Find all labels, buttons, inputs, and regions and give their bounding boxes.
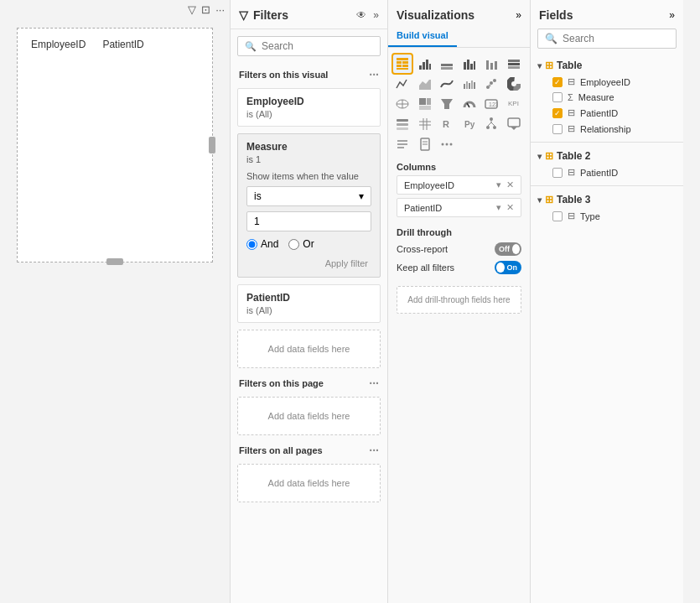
viz-icon-matrix[interactable] <box>416 115 434 133</box>
apply-filter-button[interactable]: Apply filter <box>322 257 371 270</box>
viz-icon-treemap[interactable] <box>416 95 434 113</box>
add-fields-all-pages[interactable]: Add data fields here <box>237 464 381 502</box>
field-relationship-label: Relationship <box>580 124 631 134</box>
column-chip-chevron-icon[interactable]: ▾ <box>496 179 501 190</box>
field-measure-label: Measure <box>578 92 614 102</box>
svg-point-59 <box>493 126 496 129</box>
field-employeeid-checkbox[interactable]: ✓ <box>552 77 563 87</box>
fields-panel: Fields » 🔍 ▾ ⊞ Table ✓ ⊟ EmployeeID Σ Me… <box>531 0 683 603</box>
filters-search-input[interactable] <box>262 40 373 52</box>
focus-icon[interactable]: ⊡ <box>201 3 210 16</box>
column-employeeid: EmployeeID <box>31 39 86 50</box>
filter-card-employeeid[interactable]: EmployeeID is (All) <box>237 88 381 127</box>
filter-expand-icon[interactable]: » <box>373 9 379 21</box>
table3-icon: ⊞ <box>545 194 553 205</box>
filters-panel: ▽ Filters 👁 » 🔍 Filters on this visual ·… <box>231 0 388 603</box>
viz-icon-ribbon[interactable] <box>438 75 456 93</box>
resize-handle-right[interactable] <box>209 137 215 153</box>
viz-icon-card[interactable]: 123 <box>482 95 500 113</box>
column-chip-patientid[interactable]: PatientID ▾ ✕ <box>397 198 521 217</box>
viz-icon-narrative[interactable] <box>393 135 412 153</box>
viz-expand-icon[interactable]: » <box>516 9 521 21</box>
filter-radio-and[interactable]: And <box>246 238 278 250</box>
filter-value-input[interactable] <box>246 211 371 231</box>
viz-icon-stacked-col[interactable] <box>482 55 500 73</box>
filter-card-patientid[interactable]: PatientID is (All) <box>237 284 381 323</box>
viz-icon-slicer[interactable] <box>393 115 412 133</box>
viz-icon-python[interactable]: Py <box>460 115 479 133</box>
field-relationship[interactable]: ⊟ Relationship <box>531 121 683 137</box>
filter-eye-icon[interactable]: 👁 <box>356 9 366 21</box>
tree-group-table2-header[interactable]: ▾ ⊞ Table 2 <box>531 148 683 164</box>
fields-search-input[interactable] <box>563 33 669 44</box>
viz-icon-waterfall[interactable] <box>460 75 479 93</box>
visual-box-header: EmployeeID PatientID <box>24 35 205 54</box>
column-chip-remove-icon[interactable]: ✕ <box>506 179 514 190</box>
add-fields-visual[interactable]: Add data fields here <box>237 330 381 368</box>
filters-header-actions: 👁 » <box>356 9 379 21</box>
fields-expand-icon[interactable]: » <box>669 9 675 21</box>
viz-icon-map[interactable] <box>393 95 412 113</box>
svg-rect-23 <box>464 84 465 89</box>
viz-icon-column[interactable] <box>460 55 479 73</box>
viz-icon-funnel[interactable] <box>438 95 456 113</box>
viz-icon-paginated[interactable] <box>416 135 434 153</box>
viz-icon-stacked-bar[interactable] <box>438 55 456 73</box>
viz-title: Visualizations <box>397 8 474 22</box>
tree-group-table1-header[interactable]: ▾ ⊞ Table <box>531 57 683 74</box>
viz-icon-r[interactable]: R <box>438 115 456 133</box>
svg-point-68 <box>442 143 444 146</box>
cross-report-toggle[interactable]: Off <box>495 242 521 256</box>
keep-filters-toggle-label: On <box>507 263 518 272</box>
canvas-area: ▽ ⊡ ··· EmployeeID PatientID <box>0 0 231 603</box>
table1-name: Table <box>557 60 582 71</box>
svg-rect-1 <box>397 61 402 64</box>
filters-on-visual-more[interactable]: ··· <box>369 68 379 81</box>
viz-icon-100-bar[interactable] <box>505 55 523 73</box>
tree-group-table3-header[interactable]: ▾ ⊞ Table 3 <box>531 191 683 208</box>
viz-icon-kpi[interactable]: KPI <box>505 95 523 113</box>
viz-tab-bar: Build visual <box>388 25 530 48</box>
field-measure-checkbox[interactable] <box>552 92 563 102</box>
tab-build-visual[interactable]: Build visual <box>388 25 457 47</box>
filters-all-pages-more[interactable]: ··· <box>369 444 379 457</box>
viz-icon-decomp[interactable] <box>482 115 500 133</box>
fields-header: Fields » <box>531 0 683 29</box>
field-type-checkbox[interactable] <box>552 211 563 221</box>
resize-handle-bottom[interactable] <box>106 258 123 265</box>
viz-icon-line[interactable] <box>393 75 412 93</box>
filters-on-page-more[interactable]: ··· <box>369 377 379 390</box>
column-chip2-chevron-icon[interactable]: ▾ <box>496 202 501 213</box>
field-table2-patientid[interactable]: ⊟ PatientID <box>531 164 683 180</box>
add-drill-through-fields[interactable]: Add drill-through fields here <box>397 286 521 314</box>
field-employeeid[interactable]: ✓ ⊟ EmployeeID <box>531 74 683 90</box>
filter-radio-or[interactable]: Or <box>288 238 314 250</box>
keep-filters-toggle[interactable]: On <box>495 261 521 274</box>
filter-icon[interactable]: ▽ <box>188 3 196 16</box>
viz-icon-qa[interactable] <box>505 115 523 133</box>
viz-icon-bar[interactable] <box>416 55 434 73</box>
field-type[interactable]: ⊟ Type <box>531 208 683 224</box>
field-table2-patientid-icon: ⊟ <box>568 167 575 178</box>
viz-icon-table[interactable] <box>393 55 412 73</box>
field-patientid-checkbox[interactable]: ✓ <box>552 108 563 118</box>
svg-point-30 <box>493 79 496 82</box>
column-chip-employeeid[interactable]: EmployeeID ▾ ✕ <box>397 175 521 195</box>
svg-rect-45 <box>397 119 408 122</box>
field-relationship-checkbox[interactable] <box>552 124 563 134</box>
viz-icon-scatter[interactable] <box>482 75 500 93</box>
svg-rect-9 <box>429 64 431 70</box>
add-fields-page[interactable]: Add data fields here <box>237 397 381 435</box>
viz-icon-area[interactable] <box>416 75 434 93</box>
field-measure[interactable]: Σ Measure <box>531 90 683 105</box>
more-icon[interactable]: ··· <box>215 3 225 16</box>
field-patientid[interactable]: ✓ ⊟ PatientID <box>531 105 683 121</box>
field-table2-patientid-checkbox[interactable] <box>552 168 563 178</box>
viz-icon-gauge[interactable] <box>460 95 479 113</box>
field-measure-icon: Σ <box>568 92 573 102</box>
column-chip2-remove-icon[interactable]: ✕ <box>506 202 514 213</box>
filter-dropdown-is[interactable]: is ▾ <box>246 186 371 206</box>
viz-icon-more[interactable] <box>438 135 456 153</box>
filter-show-items-label: Show items when the value <box>246 171 371 181</box>
viz-icon-pie[interactable] <box>505 75 523 93</box>
